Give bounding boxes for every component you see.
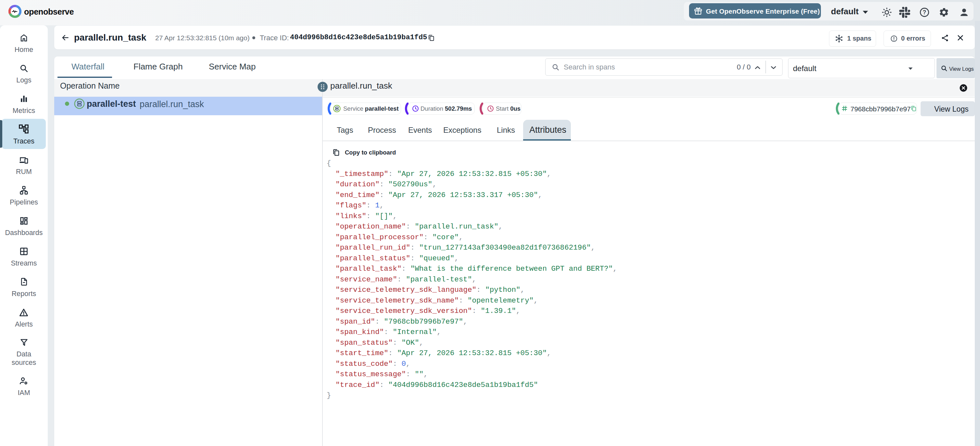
svg-text:?: ? bbox=[923, 9, 926, 16]
